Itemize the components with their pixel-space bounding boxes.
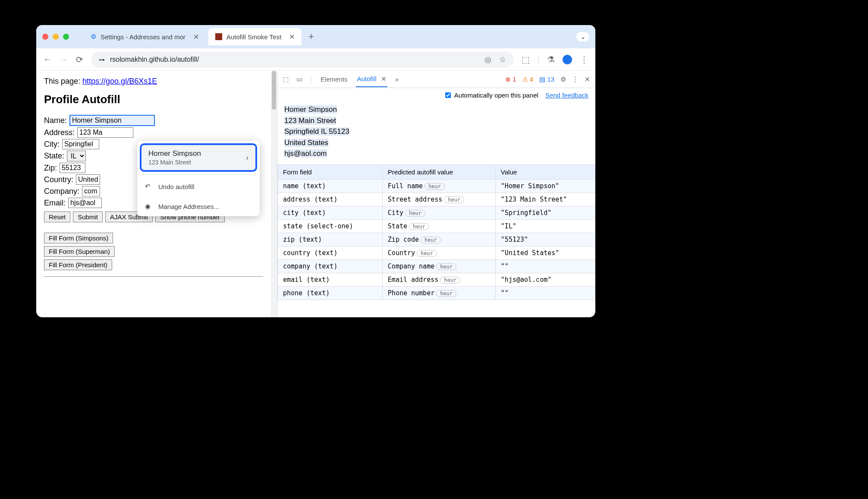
- table-row: state (select-one) Stateheur "IL": [278, 219, 595, 233]
- location-icon[interactable]: ◎: [484, 55, 491, 64]
- cell-value: "55123": [495, 233, 595, 246]
- heur-badge: heur: [436, 290, 456, 297]
- scrollbar-thumb[interactable]: [272, 71, 276, 110]
- suggestion-sub: 123 Main Street: [148, 159, 240, 166]
- send-feedback-link[interactable]: Send feedback: [545, 92, 588, 99]
- auto-open-label: Automatically open this panel: [454, 92, 538, 99]
- warning-count[interactable]: ⚠ 4: [522, 76, 534, 83]
- chrome-icon: ◉: [145, 202, 151, 210]
- table-row: name (text) Full nameheur "Homer Simpson…: [278, 179, 595, 193]
- inspect-icon[interactable]: ⬚: [283, 76, 289, 83]
- bookmark-icon[interactable]: ☆: [499, 55, 506, 64]
- name-input[interactable]: [69, 115, 155, 126]
- more-icon[interactable]: ⋮: [572, 76, 579, 83]
- error-count[interactable]: ⊗ 1: [505, 76, 516, 83]
- email-input[interactable]: [68, 198, 102, 208]
- cell-value: "": [495, 286, 595, 300]
- tab-title: Autofill Smoke Test: [226, 33, 281, 41]
- state-select[interactable]: IL: [67, 151, 86, 161]
- more-tabs-icon[interactable]: »: [395, 76, 399, 83]
- page-link[interactable]: https://goo.gl/B6Xs1E: [82, 77, 157, 85]
- cell-value: "": [495, 259, 595, 273]
- divider: [137, 174, 260, 175]
- window-controls: [42, 34, 69, 40]
- undo-icon: ↶: [145, 183, 151, 190]
- cell-value: "123 Main Street": [495, 193, 595, 206]
- zip-input[interactable]: [60, 163, 85, 173]
- profile-avatar[interactable]: [563, 55, 572, 64]
- tab-overflow-button[interactable]: ⌄: [576, 32, 589, 41]
- col-value: Value: [495, 164, 595, 179]
- table-row: country (text) Countryheur "United State…: [278, 246, 595, 259]
- autofill-suggestion[interactable]: Homer Simpson 123 Main Street ›: [140, 143, 257, 172]
- auto-open-checkbox[interactable]: [445, 92, 451, 98]
- cell-pred: Company nameheur: [382, 259, 495, 273]
- close-panel-icon[interactable]: ✕: [381, 75, 387, 82]
- heur-badge: heur: [417, 250, 437, 257]
- heur-badge: heur: [444, 196, 464, 203]
- cell-field: name (text): [278, 179, 383, 193]
- heur-badge: heur: [409, 223, 429, 230]
- tab-bar: ⚙ Settings - Addresses and mor ✕ Autofil…: [36, 25, 595, 48]
- cell-pred: Cityheur: [382, 206, 495, 219]
- fill-simpsons-button[interactable]: Fill Form (Simpsons): [44, 233, 113, 243]
- city-input[interactable]: [62, 139, 99, 149]
- tab-settings[interactable]: ⚙ Settings - Addresses and mor ✕: [84, 28, 206, 45]
- maximize-window[interactable]: [63, 34, 69, 40]
- site-info-icon[interactable]: ⊶: [99, 56, 105, 63]
- name-label: Name:: [44, 116, 67, 125]
- fill-buttons: Fill Form (Simpsons) Fill Form (Superman…: [44, 233, 263, 277]
- cell-field: phone (text): [278, 286, 383, 300]
- elements-tab[interactable]: Elements: [320, 72, 349, 86]
- addr-street: 123 Main Street: [284, 117, 336, 125]
- cell-value: "Homer Simpson": [495, 179, 595, 193]
- submit-button[interactable]: Submit: [73, 212, 103, 222]
- country-input[interactable]: [76, 174, 100, 185]
- tab-autofill-test[interactable]: Autofill Smoke Test ✕: [208, 28, 302, 45]
- extensions-icon[interactable]: ⬚: [522, 54, 530, 65]
- reset-button[interactable]: Reset: [44, 212, 70, 222]
- new-tab-button[interactable]: +: [304, 31, 318, 42]
- table-row: zip (text) Zip codeheur "55123": [278, 233, 595, 246]
- heur-badge: heur: [425, 183, 445, 190]
- labs-icon[interactable]: ⚗: [547, 54, 555, 65]
- device-icon[interactable]: ▭: [296, 76, 302, 83]
- favicon-icon: [215, 33, 222, 40]
- addr-name: Homer Simpson: [284, 105, 337, 114]
- company-input[interactable]: [82, 186, 100, 196]
- autofill-tab[interactable]: Autofill ✕: [356, 72, 387, 87]
- cell-value: "Springfield": [495, 206, 595, 219]
- undo-autofill-item[interactable]: ↶ Undo autofill: [137, 177, 260, 196]
- chevron-down-icon: ⌄: [581, 34, 585, 40]
- col-form-field: Form field: [278, 164, 383, 179]
- info-count[interactable]: ▤ 13: [539, 76, 554, 83]
- cell-value: "IL": [495, 219, 595, 233]
- manage-addresses-item[interactable]: ◉ Manage Addresses...: [137, 196, 260, 216]
- email-label: Email:: [44, 199, 66, 208]
- back-button[interactable]: ←: [43, 54, 52, 64]
- cell-field: company (text): [278, 259, 383, 273]
- cell-field: state (select-one): [278, 219, 383, 233]
- url-input[interactable]: ⊶ rsolomakhin.github.io/autofill/ ◎ ☆: [91, 52, 514, 67]
- page-heading: Profile Autofill: [44, 93, 263, 106]
- forward-button[interactable]: →: [60, 54, 68, 64]
- close-devtools-icon[interactable]: ✕: [585, 76, 590, 83]
- close-window[interactable]: [42, 34, 48, 40]
- fill-superman-button[interactable]: Fill Form (Superman): [44, 246, 115, 257]
- close-tab-icon[interactable]: ✕: [193, 33, 199, 41]
- settings-icon[interactable]: ⚙: [560, 76, 566, 83]
- reload-button[interactable]: ⟳: [76, 54, 83, 65]
- menu-icon[interactable]: ⋮: [580, 54, 588, 65]
- country-label: Country:: [44, 175, 73, 184]
- close-tab-icon[interactable]: ✕: [289, 33, 295, 41]
- city-label: City:: [44, 140, 60, 149]
- fill-president-button[interactable]: Fill Form (President): [44, 259, 112, 270]
- scrollbar[interactable]: [271, 71, 277, 317]
- cell-pred: Phone numberheur: [382, 286, 495, 300]
- url-text: rsolomakhin.github.io/autofill/: [110, 56, 199, 63]
- address-input[interactable]: [77, 127, 133, 138]
- minimize-window[interactable]: [53, 34, 59, 40]
- cell-value: "hjs@aol.com": [495, 273, 595, 286]
- table-row: city (text) Cityheur "Springfield": [278, 206, 595, 219]
- chevron-right-icon: ›: [246, 153, 248, 162]
